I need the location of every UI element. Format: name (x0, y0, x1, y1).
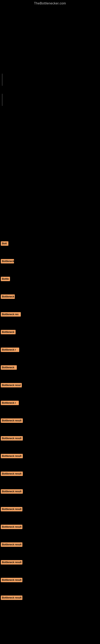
bottleneck-row: Bottleneck result (0, 518, 100, 536)
chart-area (0, 5, 100, 122)
bottleneck-row: Bottleneck (0, 288, 100, 306)
bottleneck-list: BottBottleneckBottleBottleneckBottleneck… (0, 235, 100, 606)
bottleneck-row: Bottleneck result (0, 536, 100, 554)
bottleneck-row: Bottleneck result (0, 571, 100, 589)
site-title: TheBottlenecker.com (0, 0, 100, 5)
bottleneck-row: Bottleneck result (0, 554, 100, 571)
bottleneck-row: Bottleneck result (0, 465, 100, 482)
bottleneck-badge[interactable]: Bottleneck (1, 259, 14, 264)
bottleneck-badge[interactable]: Bottleneck res (1, 312, 21, 316)
bottleneck-row: Bottleneck result (0, 412, 100, 430)
bottleneck-row: Bottleneck result (0, 482, 100, 500)
bottleneck-badge[interactable]: Bottleneck result (1, 596, 22, 600)
bottleneck-badge[interactable]: Bottleneck resul (1, 383, 22, 388)
bottleneck-row: Bottleneck (0, 252, 100, 270)
bottleneck-row: Bottleneck result (0, 500, 100, 518)
chart-line-2 (2, 94, 2, 106)
bottleneck-row: Bottleneck result (0, 447, 100, 465)
bottleneck-row: Bottleneck r (0, 394, 100, 412)
bottleneck-badge[interactable]: Bottleneck result (1, 542, 22, 547)
bottleneck-row: Bottleneck (0, 359, 100, 376)
bottleneck-badge[interactable]: Bottleneck result (1, 578, 22, 582)
bottleneck-badge[interactable]: Bottle (1, 277, 10, 281)
bottleneck-row: Bottle (0, 270, 100, 288)
bottleneck-badge[interactable]: Bottleneck result (1, 436, 23, 440)
bottleneck-row: Bottleneck result (0, 430, 100, 447)
bottleneck-badge[interactable]: Bottleneck r (1, 348, 19, 352)
bottleneck-row: Bottleneck (0, 323, 100, 341)
bottleneck-badge[interactable]: Bottleneck result (1, 454, 23, 458)
bottleneck-badge[interactable]: Bottleneck (1, 330, 16, 334)
bottleneck-row: Bottleneck result (0, 589, 100, 606)
bottleneck-badge[interactable]: Bottleneck (1, 365, 17, 370)
site-header: TheBottlenecker.com (0, 0, 100, 5)
bottleneck-badge[interactable]: Bottleneck r (1, 401, 19, 405)
bottleneck-badge[interactable]: Bottleneck result (1, 472, 23, 476)
bottleneck-badge[interactable]: Bottleneck result (1, 525, 22, 529)
bottleneck-row: Bottleneck res (0, 306, 100, 323)
bottleneck-badge[interactable]: Bottleneck result (1, 560, 22, 564)
bottleneck-row: Bott (0, 235, 100, 252)
bottleneck-badge[interactable]: Bottleneck result (1, 489, 23, 494)
bottleneck-badge[interactable]: Bottleneck result (1, 418, 23, 423)
bottleneck-row: Bottleneck r (0, 341, 100, 359)
bottleneck-badge[interactable]: Bottleneck result (1, 507, 22, 512)
bottleneck-badge[interactable]: Bottleneck (1, 294, 15, 299)
bottleneck-row: Bottleneck resul (0, 376, 100, 394)
chart-line-1 (2, 74, 2, 86)
bottleneck-badge[interactable]: Bott (1, 241, 8, 246)
